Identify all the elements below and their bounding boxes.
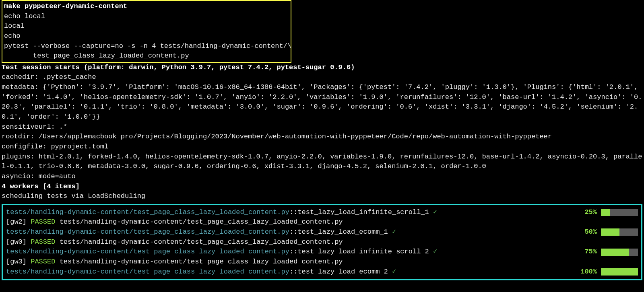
progress-bar <box>601 228 638 236</box>
asyncio-line: asyncio: mode=auto <box>2 172 642 182</box>
status-passed: PASSED <box>31 258 55 265</box>
check-icon: ✓ <box>392 228 396 236</box>
file-path: tests/handling-dynamic-content/test_page… <box>55 218 343 226</box>
test-result-row: tests/handling-dynamic-content/test_page… <box>6 208 638 218</box>
check-icon: ✓ <box>433 248 437 255</box>
file-path: tests/handling-dynamic-content/test_page… <box>55 258 343 265</box>
test-path: tests/handling-dynamic-content/test_page… <box>6 227 584 237</box>
progress-percent: 50% <box>584 227 597 237</box>
progress-group: 100% <box>580 267 638 277</box>
cachedir-line: cachedir: .pytest_cache <box>2 72 642 82</box>
file-path: tests/handling-dynamic-content/test_page… <box>6 268 289 276</box>
file-path: tests/handling-dynamic-content/test_page… <box>6 228 289 236</box>
configfile-line: configfile: pyproject.toml <box>2 142 642 152</box>
progress-bar <box>601 209 638 216</box>
progress-bar-fill <box>601 268 638 276</box>
progress-percent: 75% <box>584 247 597 257</box>
scheduling-line: scheduling tests via LoadScheduling <box>2 191 642 202</box>
separator: :: <box>289 228 297 236</box>
separator: :: <box>289 208 297 216</box>
test-path: tests/handling-dynamic-content/test_page… <box>6 247 584 257</box>
test-result-row: tests/handling-dynamic-content/test_page… <box>6 247 638 257</box>
progress-bar-fill <box>601 209 610 216</box>
command-highlight-box: make pyppeteer-dynamic-content echo loca… <box>2 0 291 63</box>
pytest-command-line-2: test_page_class_lazy_loaded_content.py <box>4 51 289 61</box>
echo-output: local <box>4 21 289 31</box>
worker-id: [gw2] <box>6 218 31 226</box>
plugins-line: plugins: html-2.0.1, forked-1.4.0, helio… <box>2 152 642 172</box>
echo-line-1: echo local <box>4 12 289 22</box>
progress-group: 50% <box>584 227 638 237</box>
separator: :: <box>289 248 297 255</box>
test-result-row: tests/handling-dynamic-content/test_page… <box>6 267 638 277</box>
check-icon: ✓ <box>433 208 437 216</box>
progress-bar-fill <box>601 249 629 256</box>
pytest-command-line-1: pytest --verbose --capture=no -s -n 4 te… <box>4 41 289 51</box>
progress-percent: 100% <box>580 267 597 277</box>
progress-bar <box>601 249 638 256</box>
rootdir-line: rootdir: /Users/applemacbook_pro/Project… <box>2 132 642 142</box>
test-name: test_lazy_load_ecomm_1 <box>297 228 392 236</box>
test-result-row: tests/handling-dynamic-content/test_page… <box>6 227 638 237</box>
status-passed: PASSED <box>31 218 55 226</box>
file-path: tests/handling-dynamic-content/test_page… <box>6 248 289 255</box>
progress-group: 75% <box>584 247 638 257</box>
file-path: tests/handling-dynamic-content/test_page… <box>55 238 343 246</box>
worker-id: [gw3] <box>6 258 31 265</box>
progress-percent: 25% <box>584 208 597 218</box>
status-passed: PASSED <box>31 238 55 246</box>
make-command: make pyppeteer-dynamic-content <box>4 2 289 12</box>
test-name: test_lazy_load_infinite_scroll_1 <box>297 208 433 216</box>
file-path: tests/handling-dynamic-content/test_page… <box>6 208 289 216</box>
separator: :: <box>289 268 297 276</box>
test-results-box: tests/handling-dynamic-content/test_page… <box>2 204 642 280</box>
test-name: test_lazy_load_ecomm_2 <box>297 268 392 276</box>
metadata-line: metadata: {'Python': '3.9.7', 'Platform'… <box>2 82 642 122</box>
worker-passed-line: [gw3] PASSED tests/handling-dynamic-cont… <box>6 257 638 267</box>
progress-group: 25% <box>584 208 638 218</box>
worker-passed-line: [gw0] PASSED tests/handling-dynamic-cont… <box>6 237 638 247</box>
sensitiveurl-line: sensitiveurl: .* <box>2 122 642 132</box>
echo-line-2: echo <box>4 31 289 41</box>
test-path: tests/handling-dynamic-content/test_page… <box>6 208 584 218</box>
worker-passed-line: [gw2] PASSED tests/handling-dynamic-cont… <box>6 217 638 227</box>
check-icon: ✓ <box>392 268 396 276</box>
progress-bar-fill <box>601 228 619 236</box>
test-name: test_lazy_load_infinite_scroll_2 <box>297 248 433 255</box>
terminal-output: make pyppeteer-dynamic-content echo loca… <box>0 0 644 292</box>
progress-bar <box>601 268 638 276</box>
workers-line: 4 workers [4 items] <box>2 182 642 192</box>
session-start-line: Test session starts (platform: darwin, P… <box>2 63 642 73</box>
test-path: tests/handling-dynamic-content/test_page… <box>6 267 580 277</box>
worker-id: [gw0] <box>6 238 31 246</box>
